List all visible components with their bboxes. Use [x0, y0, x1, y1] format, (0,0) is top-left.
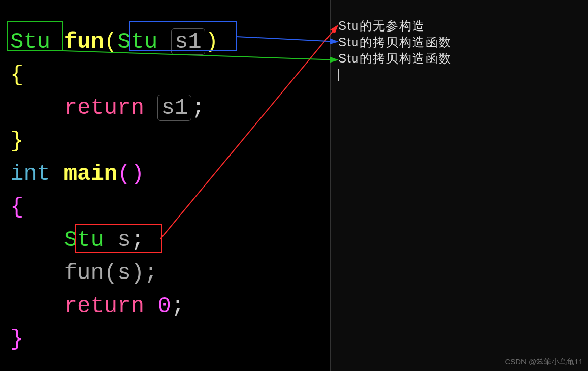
param-name-s1: s1 [171, 28, 205, 55]
output-line-2: Stu的拷贝构造函数 [338, 34, 588, 50]
output-line-3: Stu的拷贝构造函数 [338, 50, 588, 67]
call-arg: (s); [104, 260, 158, 286]
output-pane[interactable]: Stu的无参构造 Stu的拷贝构造函数 Stu的拷贝构造函数 [330, 0, 588, 371]
type-stu: Stu [64, 227, 104, 253]
code-line-7: Stu s; [10, 224, 330, 257]
semi: ; [191, 95, 205, 120]
main-container: Stu fun(Stu s1) { return s1; } int main(… [0, 0, 588, 371]
watermark: CSDN @笨笨小乌龟11 [505, 357, 583, 367]
kw-return: return [64, 95, 144, 120]
brace-open: { [10, 62, 23, 87]
brace-open-main: { [10, 194, 23, 220]
param-type-stu: Stu [117, 29, 157, 54]
num-0: 0 [157, 293, 171, 319]
return-type-stu: Stu [10, 29, 50, 54]
code-line-3: return s1; [10, 91, 330, 125]
code-line-10: } [10, 323, 330, 356]
code-line-1: Stu fun(Stu s1) [10, 25, 330, 58]
main-parens: () [117, 161, 144, 187]
semi-0: ; [171, 293, 184, 319]
fn-name-fun: fun [64, 29, 104, 54]
semi-s: ; [131, 227, 144, 253]
code-line-9: return 0; [10, 290, 330, 323]
var-s: s [117, 227, 130, 253]
var-s1: s1 [157, 95, 191, 121]
kw-return-0: return [64, 293, 144, 319]
code-line-2: { [10, 58, 330, 91]
call-fun: fun [64, 260, 104, 286]
code-editor-pane[interactable]: Stu fun(Stu s1) { return s1; } int main(… [0, 0, 330, 371]
brace-close-main: } [10, 326, 23, 352]
code-line-4: } [10, 125, 330, 158]
paren-open: ( [104, 29, 117, 54]
code-line-8: fun(s); [10, 257, 330, 290]
output-line-1: Stu的无参构造 [338, 18, 588, 34]
code-line-6: { [10, 191, 330, 224]
output-cursor [338, 69, 339, 81]
kw-int: int [10, 161, 50, 187]
code-line-5: int main() [10, 158, 330, 191]
brace-close: } [10, 128, 23, 153]
paren-close: ) [205, 29, 218, 54]
fn-main: main [64, 161, 118, 187]
